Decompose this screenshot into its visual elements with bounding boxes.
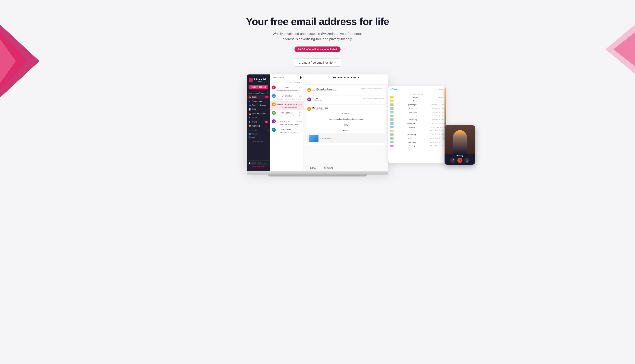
folder-girls[interactable]: Girls bbox=[246, 136, 270, 139]
kdrive-file-row[interactable]: picture1.jpg Yesterday · 11.5 Mo bbox=[388, 103, 446, 106]
new-message-button[interactable]: + NEW MESSAGE bbox=[248, 85, 268, 90]
sidebar-item-trash[interactable]: 🗑 Trash 40 bbox=[246, 120, 270, 124]
storage-link[interactable]: Get more storage bbox=[252, 166, 264, 168]
storage-bar bbox=[248, 164, 268, 165]
mic-button[interactable]: 🎤 bbox=[450, 158, 455, 163]
email-detail-title: Summer light pictures bbox=[306, 76, 386, 79]
kdrive-file-row[interactable]: picture6.jpg 13 Nov. 2020 · 201 Mo bbox=[388, 133, 446, 136]
mockup-wrapper: I Infomaniak Mail + NEW MESSAGE heather.… bbox=[246, 74, 388, 176]
email-time: 09:38 bbox=[298, 95, 302, 97]
storage-info: 💾 500 Mo / 20 Go used Get more storage bbox=[246, 160, 270, 169]
kdrive-file-row[interactable]: video.mp4 12 Nov. 2020 · 1.9 Mo bbox=[388, 129, 446, 133]
email-item-ivan[interactable]: IM Ivan Magalhaes 08:24 Invites you to a… bbox=[270, 110, 304, 118]
laptop-mockup: I Infomaniak Mail + NEW MESSAGE heather.… bbox=[246, 74, 388, 171]
folder-icon bbox=[390, 96, 394, 98]
sent-label: Sent messages bbox=[252, 112, 266, 115]
folder-icon bbox=[248, 136, 250, 138]
email-sender: Marcus Henderson & me bbox=[276, 104, 298, 106]
email-item-gavin[interactable]: G Gavin 19:33 Peace On Earth A Wonderful… bbox=[270, 84, 304, 93]
draft-icon: 📝 bbox=[248, 108, 251, 110]
kdrive-file-row[interactable]: picture4.jpg Yesterday · 8.6 Mo bbox=[388, 114, 446, 118]
meeting-label: Meeting bbox=[444, 154, 475, 157]
more-actions-icon[interactable]: ⋮ bbox=[277, 82, 278, 83]
social-label: Social networks bbox=[252, 104, 266, 106]
draft-label: Draft bbox=[252, 108, 256, 110]
sidebar-item-sent[interactable]: 📤 Sent messages bbox=[246, 112, 270, 116]
kdrive-file-row[interactable]: picture5.jpg Yesterday · 5.6 Mo bbox=[388, 118, 446, 122]
decorative-right-shape bbox=[606, 20, 635, 79]
email-sidebar: I Infomaniak Mail + NEW MESSAGE heather.… bbox=[246, 74, 270, 171]
email-sender: Lydia Lindsay bbox=[276, 95, 298, 97]
sidebar-item-promotions[interactable]: 🏷 Promotions bbox=[246, 99, 270, 103]
file-meta: 13 Nov. 2020 · 1.54 Mo bbox=[429, 145, 444, 146]
kdrive-title: kDrive bbox=[390, 88, 398, 90]
doc-icon bbox=[390, 126, 394, 128]
settings-icon[interactable]: ⚙ bbox=[299, 76, 302, 80]
reply-button[interactable]: ↩ REPLY bbox=[306, 166, 318, 170]
email-subject: Summer light pictures bbox=[272, 106, 302, 108]
spam-label: Spam bbox=[252, 116, 257, 119]
email-sender: Ivan Magalhaes bbox=[276, 112, 298, 114]
kdrive-file-row[interactable]: archive.zip 13 Nov. 2020 · 1.54 Mo bbox=[388, 144, 446, 148]
email-time: Yesterday bbox=[296, 129, 302, 130]
sidebar-item-archived[interactable]: 📦 Archived bbox=[246, 124, 270, 128]
folder-friends[interactable]: Friends bbox=[246, 132, 270, 136]
inbox-label: Inbox bbox=[252, 96, 257, 98]
file-name: picture2.jpg bbox=[395, 108, 431, 109]
storage-bar-fill bbox=[248, 164, 249, 165]
file-name: picture3.jpg bbox=[395, 111, 431, 113]
thread-sender: Me bbox=[312, 98, 322, 100]
file-name: picture8.jpg bbox=[395, 141, 429, 143]
expand-icon[interactable]: ⤢ bbox=[312, 82, 314, 84]
laptop-base bbox=[268, 174, 367, 176]
kdrive-file-row[interactable]: picture3.jpg Yesterday · 9.8 Mo bbox=[388, 110, 446, 114]
user-menu-icon[interactable]: ⋮ bbox=[266, 92, 268, 94]
file-meta: Yesterday · 8.6 Mo bbox=[432, 115, 444, 116]
file-meta: Yesterday · 8.6 Mo bbox=[432, 108, 444, 109]
kdrive-file-row[interactable]: picture2.jpg Yesterday · 8.6 Mo bbox=[388, 106, 446, 110]
add-folder-icon[interactable]: + bbox=[267, 130, 268, 132]
sidebar-item-draft[interactable]: 📝 Draft bbox=[246, 107, 270, 112]
advanced-options[interactable]: Advanced options bbox=[246, 139, 270, 144]
sidebar-item-inbox[interactable]: 📥 Inbox ● bbox=[246, 95, 270, 99]
thread-date: sept. 5th 2018 15:11 (since 3 days) bbox=[364, 98, 385, 99]
kdrive-select-button[interactable]: Select bbox=[439, 88, 444, 90]
email-item-lydia[interactable]: LL Lydia Lindsay 09:38 Carson is back, b… bbox=[270, 93, 304, 101]
file-name: picture7.jpg bbox=[395, 138, 429, 139]
create-email-button[interactable]: Create a free email for life → bbox=[294, 58, 341, 66]
kdrive-file-row[interactable]: Folder Yesterday bbox=[388, 95, 446, 99]
search-input[interactable] bbox=[272, 76, 298, 80]
inbox-badge: ● bbox=[265, 96, 268, 98]
vc-video-area bbox=[444, 125, 475, 154]
end-call-button[interactable]: 📵 bbox=[457, 158, 462, 163]
folder-icon bbox=[390, 100, 394, 102]
sidebar-user-row: heather.clark@ik.me ⋮ bbox=[246, 92, 270, 95]
kdrive-file-row[interactable]: grids.xls 12 Nov. 2020 · 12 Ko bbox=[388, 125, 446, 129]
text-size-icon[interactable]: T bbox=[306, 82, 307, 84]
star-icon[interactable]: ☆ bbox=[384, 88, 385, 90]
file-name: picture5.jpg bbox=[395, 119, 431, 120]
archived-label: Archived bbox=[252, 125, 260, 127]
kdrive-file-row[interactable]: picture7.jpg 13 Nov. 2020 · 6.5 Mo bbox=[388, 136, 446, 140]
forward-button[interactable]: → FORWARD bbox=[320, 166, 336, 170]
sidebar-item-spam[interactable]: ⚠ Spam bbox=[246, 116, 270, 120]
kdrive-file-row[interactable]: document.odt 12 Nov. 2020 · 354 Ko bbox=[388, 122, 446, 125]
thread-body-preview: Thanks Marcus bbox=[312, 100, 322, 101]
camera-button[interactable]: 📷 bbox=[464, 158, 470, 163]
refresh-icon[interactable]: ↻ bbox=[274, 82, 276, 83]
select-all-icon[interactable]: ☐ bbox=[272, 82, 273, 83]
sidebar-item-social[interactable]: 👥 Social networks bbox=[246, 103, 270, 107]
promotions-label: Promotions bbox=[252, 100, 262, 102]
folder-girls-label: Girls bbox=[252, 136, 255, 138]
kdrive-file-row[interactable]: picture8.jpg 13 Nov. 2020 · 5.6 Mo bbox=[388, 140, 446, 144]
email-item-marcus[interactable]: MH Marcus Henderson & me 09:38 Summer li… bbox=[270, 101, 304, 110]
email-list-actions: ☐ ↻ ⋮ 1 - 50 sur 1987 > bbox=[270, 81, 304, 84]
attachment-filename: Picture-10845.jpg bbox=[320, 138, 332, 139]
kdrive-file-row[interactable]: Folder Yesterday bbox=[388, 99, 446, 103]
email-item-louise[interactable]: LS Louise Sparks Yesterday When The Morn… bbox=[270, 118, 304, 127]
email-item-julie[interactable]: JW Julie Walker Yesterday When The Morni… bbox=[270, 127, 304, 135]
image-icon bbox=[390, 141, 394, 144]
print-icon[interactable]: 🖨 bbox=[309, 82, 310, 84]
email-sender: Gavin bbox=[276, 86, 298, 88]
image-icon bbox=[390, 133, 394, 136]
